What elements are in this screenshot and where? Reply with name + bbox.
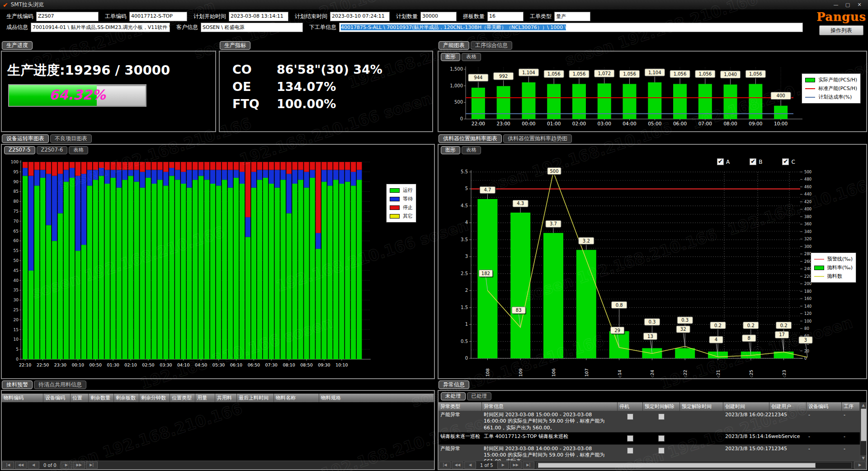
field-生产线编码[interactable]: Z2S07: [36, 12, 99, 21]
tab-供料器位置抛料率图表[interactable]: 供料器位置抛料率图表: [439, 134, 502, 143]
hscrollbar[interactable]: [537, 462, 852, 469]
svg-text:04:50: 04:50: [195, 362, 207, 367]
table-row[interactable]: 产能异常时间区间 2023-03-08 14:00:00 - 2023-03-0…: [439, 445, 860, 461]
column-header-位置类型[interactable]: 位置类型: [170, 394, 195, 402]
column-header-最后上料时间[interactable]: 最后上料时间: [237, 394, 274, 402]
field-拼板数量[interactable]: 16: [487, 12, 524, 21]
pager-next-last-button[interactable]: ▶: [497, 461, 509, 469]
tab-设备运转率图表[interactable]: 设备运转率图表: [2, 134, 49, 143]
field-客户信息[interactable]: SOSEN \ 崧盛电源: [201, 23, 303, 32]
field-计划数量[interactable]: 30000: [420, 12, 457, 21]
box-icon: [814, 266, 824, 270]
tab-Z2S07-5[interactable]: Z2S07-5: [4, 146, 35, 154]
group-checkbox-B[interactable]: ✔B: [750, 158, 762, 165]
column-header-设备编码[interactable]: 设备编码: [807, 402, 842, 411]
svg-text:0.8: 0.8: [616, 303, 623, 308]
sched-release-checkbox[interactable]: [658, 435, 665, 442]
pager-next-last-button[interactable]: ▶: [61, 461, 72, 469]
pager-first-prev-button[interactable]: ◀: [28, 461, 39, 469]
group-checkbox-A[interactable]: ✔A: [717, 158, 730, 165]
pager-first-prev-button[interactable]: ◀: [464, 461, 476, 469]
tab-表格[interactable]: 表格: [462, 53, 481, 61]
tab-待清点共用料信息[interactable]: 待清点共用料信息: [34, 381, 86, 389]
minimize-button[interactable]: —: [830, 1, 842, 9]
column-header-物料编码[interactable]: 物料编码: [2, 394, 43, 402]
tab-图形[interactable]: 图形: [441, 146, 460, 154]
column-header-预定时间解除[interactable]: 预定时间解除: [643, 402, 680, 411]
column-header-用量[interactable]: 用量: [195, 394, 215, 402]
pager-next-last-button[interactable]: ▶▶: [73, 461, 85, 469]
close-button[interactable]: ✕: [854, 1, 865, 9]
tab-未处理[interactable]: 未处理: [441, 392, 466, 400]
vscroll-thumb[interactable]: [861, 409, 867, 441]
column-header-共用料[interactable]: 共用料: [215, 394, 237, 402]
tab-接料预警[interactable]: 接料预警: [2, 381, 33, 389]
pager-next-last-button[interactable]: ▶▶: [510, 461, 522, 469]
pager-first-prev-button[interactable]: |◀: [439, 461, 451, 469]
column-header-异常类型[interactable]: 异常类型: [439, 402, 482, 411]
svg-text:100: 100: [804, 319, 811, 324]
column-header-预定解除时间[interactable]: 预定解除时间: [680, 402, 723, 411]
svg-text:1,000: 1,000: [450, 83, 463, 88]
tab-不良项目图表[interactable]: 不良项目图表: [50, 134, 92, 143]
tab-表格[interactable]: 表格: [462, 146, 481, 154]
tab-生产进度[interactable]: 生产进度: [2, 41, 33, 50]
tab-供料器位置抛料率趋势图[interactable]: 供料器位置抛料率趋势图: [503, 134, 572, 143]
pager-next-last-button[interactable]: ▶|: [86, 461, 98, 469]
svg-text:83: 83: [516, 308, 522, 313]
field-工单类型[interactable]: 量产: [554, 12, 590, 21]
column-header-设备编码[interactable]: 设备编码: [43, 394, 71, 402]
pager-first-prev-button[interactable]: ◀◀: [452, 461, 463, 469]
legend-label: 计划达成率(%): [818, 94, 852, 100]
scroll-up-arrow[interactable]: ▲: [860, 402, 866, 408]
column-header-剩余板数[interactable]: 剩余板数: [114, 394, 139, 402]
svg-text:23:00: 23:00: [497, 121, 510, 126]
field-计划开始时间[interactable]: 2023-03-08 13:14:11: [229, 12, 288, 21]
column-header-位置[interactable]: 位置: [71, 394, 89, 402]
tab-工序综合信息[interactable]: 工序综合信息: [471, 41, 512, 50]
svg-text:6:21: 6:21: [716, 370, 721, 377]
column-header-创建时间[interactable]: 创建时间: [723, 402, 769, 411]
column-header-剩余数量[interactable]: 剩余数量: [89, 394, 114, 402]
field-工单编码[interactable]: 40017712-S-TOP: [129, 12, 187, 21]
tab-已处理[interactable]: 已处理: [467, 392, 492, 400]
stop-checkbox[interactable]: [627, 435, 633, 442]
column-header-异常信息[interactable]: 异常信息: [482, 402, 618, 411]
sched-release-checkbox[interactable]: [658, 447, 665, 454]
column-header-停机[interactable]: 停机: [618, 402, 643, 411]
tab-表格[interactable]: 表格: [69, 146, 88, 154]
tab-异常信息[interactable]: 异常信息: [439, 381, 469, 389]
tab-产能图表[interactable]: 产能图表: [439, 41, 469, 50]
tab-生产指标[interactable]: 生产指标: [220, 41, 250, 50]
field-成品信息[interactable]: 70010914-01 \ 贴片半成品,SS-DIM23,调光小板，V11软件 …: [31, 23, 170, 32]
column-header-物料规格[interactable]: 物料规格: [319, 394, 434, 402]
panel-abnormal: 未处理已处理 异常类型异常信息停机预定时间解除预定解除时间创建时间创建用户设备编…: [438, 390, 867, 470]
hscroll-thumb[interactable]: [538, 463, 816, 468]
table-row[interactable]: 锡膏板未逐一巡检工单 40017712-S-TOP 锡膏板未巡检2023/3/8…: [439, 433, 860, 445]
column-header-工序[interactable]: 工序: [842, 402, 860, 411]
stop-checkbox[interactable]: [627, 447, 633, 454]
column-header-物料名称[interactable]: 物料名称: [274, 394, 319, 402]
hscroll-right-arrow[interactable]: ▶: [854, 461, 866, 469]
svg-text:03:30: 03:30: [160, 362, 172, 367]
action-list-button[interactable]: 操作列表: [819, 25, 863, 35]
pager-first-prev-button[interactable]: |◀: [2, 461, 14, 469]
field-计划结束时间[interactable]: 2023-03-10 07:24:11: [330, 12, 390, 21]
svg-text:06:10: 06:10: [230, 362, 242, 367]
table-row[interactable]: 产能异常时间区间 2023-03-08 15:00:00 - 2023-03-0…: [439, 411, 860, 433]
line-icon: [814, 259, 824, 260]
svg-text:02:50: 02:50: [142, 362, 154, 367]
panel-runrate: Z2S07-5Z2S07-6表格 05101520253035404550556…: [1, 144, 435, 379]
tab-图形[interactable]: 图形: [441, 53, 460, 61]
pager-next-last-button[interactable]: ▶|: [523, 461, 534, 469]
group-checkbox-C[interactable]: ✔C: [782, 158, 795, 165]
maximize-button[interactable]: ▢: [842, 1, 854, 9]
tab-Z2S07-6[interactable]: Z2S07-6: [37, 146, 68, 154]
field-下工单信息[interactable]: 40017875-S-ALL \ 70010937(贴片半成品，120CNL-1…: [339, 23, 803, 32]
stop-checkbox[interactable]: [627, 414, 633, 420]
sched-release-checkbox[interactable]: [658, 414, 665, 420]
column-header-剩余分钟数[interactable]: 剩余分钟数: [139, 394, 170, 402]
column-header-创建用户[interactable]: 创建用户: [769, 402, 807, 411]
pager-first-prev-button[interactable]: ◀◀: [15, 461, 27, 469]
abnormal-vscrollbar[interactable]: ▲ ▼: [860, 402, 866, 461]
